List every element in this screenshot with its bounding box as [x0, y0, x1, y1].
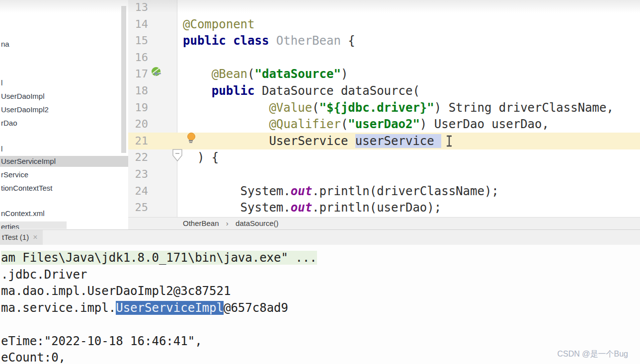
- line-number: 18: [132, 82, 148, 99]
- line-number: 24: [132, 183, 148, 200]
- code-token: (: [341, 117, 348, 131]
- code-line[interactable]: System.out.println(driverClassName);: [183, 183, 499, 200]
- console-selected-text: UserServiceImpl: [116, 301, 224, 315]
- line-number: 16: [132, 49, 148, 66]
- console-panel: tTest (1)× am Files\Java\jdk1.8.0_171\bi…: [0, 229, 640, 364]
- lightbulb-icon[interactable]: [187, 132, 195, 144]
- spring-bean-icon[interactable]: [151, 67, 163, 78]
- code-token: ) {: [183, 150, 219, 164]
- console-text: @657c8ad9: [224, 301, 288, 315]
- fold-marker-icon[interactable]: [172, 149, 183, 162]
- project-tree-panel: nalUserDaoImplUserDaoImpl2rDaolUserServi…: [0, 0, 128, 229]
- tree-item[interactable]: rService: [0, 169, 128, 180]
- lightbulb-base: [189, 140, 193, 142]
- code-line[interactable]: UserService userService: [183, 133, 441, 149]
- console-line[interactable]: ma.service.impl.UserServiceImpl@657c8ad9: [1, 300, 288, 316]
- code-line[interactable]: ) {: [183, 149, 219, 166]
- console-line[interactable]: eTime:"2022-10-18 16:46:41",: [1, 333, 202, 350]
- selected-identifier: userService: [355, 134, 441, 148]
- code-token: System.: [183, 201, 291, 215]
- line-number: 21: [132, 133, 148, 149]
- tree-item[interactable]: UserDaoImpl: [0, 91, 128, 102]
- code-token: [183, 117, 269, 131]
- code-token: System.: [183, 184, 291, 198]
- line-number: 25: [132, 199, 148, 216]
- console-text: .jdbc.Driver: [1, 268, 87, 282]
- code-line[interactable]: public DataSource dataSource(: [183, 82, 420, 99]
- code-token: "dataSource": [255, 67, 341, 81]
- lightbulb-base-2: [189, 142, 192, 143]
- line-number: 14: [132, 16, 148, 33]
- code-token: [183, 101, 269, 115]
- code-token: (: [312, 101, 319, 115]
- code-line[interactable]: public class OtherBean {: [183, 32, 355, 49]
- lightbulb-glass: [187, 133, 195, 141]
- code-line[interactable]: @Bean("dataSource"): [183, 66, 348, 82]
- code-token: UserService: [183, 134, 355, 148]
- console-line[interactable]: eCount:0,: [1, 350, 66, 364]
- console-text: eCount:0,: [1, 351, 66, 364]
- ide-screenshot: nalUserDaoImplUserDaoImpl2rDaolUserServi…: [0, 0, 640, 364]
- close-icon[interactable]: ×: [33, 230, 37, 245]
- code-token: public class: [183, 34, 276, 48]
- breadcrumb-separator-icon: ›: [226, 218, 229, 229]
- console-line[interactable]: ma.dao.impl.UserDaoImpl2@3c87521: [1, 283, 231, 299]
- line-number: 20: [132, 116, 148, 133]
- code-line[interactable]: @Value("${jdbc.driver}") String driverCl…: [183, 99, 614, 116]
- console-tab-label: tTest (1): [2, 233, 29, 241]
- code-token: public: [212, 84, 262, 98]
- code-token: .println(userDao);: [312, 201, 441, 215]
- tree-item[interactable]: na: [0, 39, 128, 50]
- tree-item[interactable]: l: [0, 144, 128, 154]
- console-text: eTime:"2022-10-18 16:46:41",: [1, 334, 202, 348]
- console-text: am Files\Java\jdk1.8.0_171\bin\java.exe"…: [1, 251, 317, 265]
- console-tab[interactable]: tTest (1)×: [0, 230, 43, 245]
- code-token: out: [291, 184, 312, 198]
- code-token: (: [247, 67, 254, 81]
- code-line[interactable]: @Component: [183, 16, 255, 33]
- code-token: DataSource dataSource(: [262, 84, 420, 98]
- console-text: ma.service.impl.: [1, 301, 116, 315]
- line-number: 22: [132, 149, 148, 166]
- console-line[interactable]: .jdbc.Driver: [1, 267, 87, 283]
- tree-item[interactable]: UserServiceImpl: [0, 156, 128, 167]
- ibeam-cursor: [445, 135, 453, 147]
- tree-item[interactable]: rDao: [0, 118, 128, 129]
- code-token: ) String driverClassName,: [434, 101, 614, 115]
- watermark: CSDN @是一个Bug: [558, 349, 629, 360]
- code-token: "userDao2": [348, 117, 420, 131]
- line-number: 13: [132, 0, 148, 16]
- code-token: .println(driverClassName);: [312, 184, 499, 198]
- tree-item[interactable]: l: [0, 77, 128, 88]
- code-token: "${jdbc.driver}": [320, 101, 434, 115]
- code-line[interactable]: System.out.println(userDao);: [183, 199, 441, 216]
- code-editor[interactable]: 1314@Component15public class OtherBean {…: [128, 0, 640, 217]
- code-token: @Value: [269, 101, 312, 115]
- code-token: ) UserDao userDao,: [420, 117, 549, 131]
- breadcrumb-method[interactable]: dataSource(): [236, 218, 279, 229]
- code-token: @Qualifier: [269, 117, 341, 131]
- tree-item[interactable]: nContext.xml: [0, 208, 128, 219]
- code-token: out: [291, 201, 312, 215]
- line-number: 17: [132, 66, 148, 82]
- breadcrumb: OtherBean › dataSource(): [128, 217, 640, 230]
- code-token: @Bean: [212, 67, 247, 81]
- line-number: 15: [132, 32, 148, 49]
- console-tab-strip: tTest (1)×: [0, 230, 640, 245]
- line-number: 19: [132, 99, 148, 116]
- code-token: [183, 67, 212, 81]
- tree-item[interactable]: UserDaoImpl2: [0, 104, 128, 115]
- line-number: 23: [132, 166, 148, 183]
- code-token: [183, 84, 212, 98]
- code-token: ): [341, 67, 348, 81]
- breadcrumb-class[interactable]: OtherBean: [183, 218, 219, 229]
- code-line[interactable]: @Qualifier("userDao2") UserDao userDao,: [183, 116, 549, 133]
- code-token: @Component: [183, 17, 255, 31]
- code-token: {: [348, 34, 355, 48]
- console-text: ma.dao.impl.UserDaoImpl2@3c87521: [1, 284, 231, 298]
- tree-item[interactable]: erties: [0, 221, 67, 229]
- tree-item[interactable]: tionContextTest: [0, 183, 128, 194]
- code-token: OtherBean: [276, 34, 348, 48]
- console-line[interactable]: am Files\Java\jdk1.8.0_171\bin\java.exe"…: [1, 250, 317, 266]
